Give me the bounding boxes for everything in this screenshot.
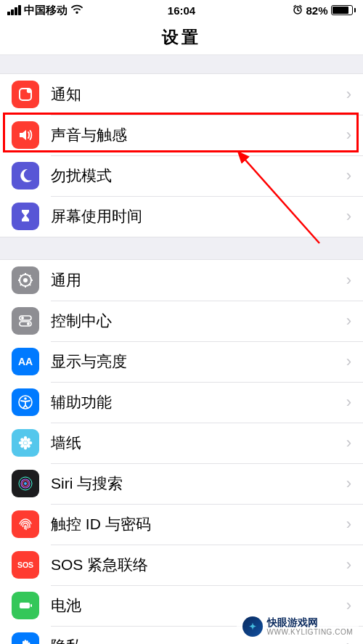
- svg-point-20: [24, 441, 28, 445]
- chevron-right-icon: ›: [346, 311, 351, 330]
- row-screen-time[interactable]: 屏幕使用时间 ›: [0, 196, 363, 237]
- chevron-right-icon: ›: [346, 352, 351, 371]
- row-label: SOS 紧急联络: [51, 555, 346, 575]
- svg-rect-34: [20, 603, 30, 608]
- chevron-right-icon: ›: [346, 126, 351, 144]
- chevron-right-icon: ›: [346, 166, 351, 185]
- svg-point-16: [27, 322, 30, 325]
- sound-icon: [12, 121, 39, 149]
- svg-text:AA: AA: [18, 356, 33, 367]
- row-control-center[interactable]: 控制中心 ›: [0, 301, 363, 341]
- row-label: 辅助功能: [51, 392, 346, 412]
- accessibility-icon: [12, 388, 39, 416]
- row-touchid-passcode[interactable]: 触控 ID 与密码 ›: [0, 504, 363, 545]
- sos-icon: SOS: [12, 551, 39, 579]
- hand-icon: [12, 632, 39, 644]
- svg-point-14: [21, 317, 24, 319]
- row-accessibility[interactable]: 辅助功能 ›: [0, 382, 363, 423]
- battery-icon: [12, 592, 39, 619]
- watermark-brand: 快眼游戏网: [267, 617, 354, 628]
- row-sound-haptics[interactable]: 声音与触感 ›: [0, 115, 363, 155]
- svg-point-19: [24, 397, 27, 400]
- watermark-url: WWW.KYLIGTING.COM: [267, 628, 354, 636]
- chevron-right-icon: ›: [346, 433, 351, 452]
- row-siri-search[interactable]: Siri 与搜索 ›: [0, 463, 363, 504]
- row-label: 通用: [51, 270, 346, 290]
- flower-icon: [12, 429, 39, 457]
- row-label: 触控 ID 与密码: [51, 514, 346, 534]
- svg-point-4: [23, 278, 28, 282]
- page-title: 设置: [162, 26, 201, 49]
- row-label: 通知: [51, 84, 346, 105]
- watermark: ✦ 快眼游戏网 WWW.KYLIGTING.COM: [237, 614, 359, 640]
- chevron-right-icon: ›: [346, 393, 351, 412]
- row-label: 控制中心: [51, 311, 346, 331]
- watermark-text: 快眼游戏网 WWW.KYLIGTING.COM: [267, 617, 354, 636]
- moon-icon: [12, 162, 39, 189]
- row-do-not-disturb[interactable]: 勿扰模式 ›: [0, 155, 363, 196]
- switches-icon: [12, 307, 39, 335]
- row-label: Siri 与搜索: [51, 473, 346, 494]
- svg-point-2: [27, 89, 31, 93]
- battery-icon: [331, 5, 356, 15]
- nav-header: 设置: [0, 20, 363, 55]
- notification-icon: [12, 81, 39, 108]
- status-time: 16:04: [0, 4, 363, 17]
- row-label: 显示与亮度: [51, 351, 346, 372]
- siri-icon: [12, 470, 39, 497]
- chevron-right-icon: ›: [346, 207, 351, 226]
- status-bar: 中国移动 16:04 82%: [0, 0, 363, 20]
- chevron-right-icon: ›: [346, 474, 351, 493]
- row-label: 屏幕使用时间: [51, 206, 346, 227]
- row-label: 电池: [51, 595, 346, 616]
- row-sos[interactable]: SOS SOS 紧急联络 ›: [0, 545, 363, 585]
- fingerprint-icon: [12, 510, 39, 538]
- svg-rect-35: [30, 604, 32, 607]
- row-general[interactable]: 通用 ›: [0, 260, 363, 301]
- aa-icon: AA: [12, 348, 39, 375]
- row-display-brightness[interactable]: AA 显示与亮度 ›: [0, 341, 363, 382]
- row-label: 勿扰模式: [51, 166, 346, 186]
- svg-point-32: [24, 482, 27, 485]
- watermark-logo-icon: ✦: [242, 616, 263, 637]
- chevron-right-icon: ›: [346, 515, 351, 534]
- chevron-right-icon: ›: [346, 555, 351, 574]
- row-label: 墙纸: [51, 433, 346, 453]
- row-label: 声音与触感: [51, 125, 346, 145]
- settings-group-1: 通知 › 声音与触感 › 勿扰模式 › 屏幕使用时间 ›: [0, 73, 363, 237]
- gear-icon: [12, 266, 39, 294]
- chevron-right-icon: ›: [346, 85, 351, 104]
- row-notifications[interactable]: 通知 ›: [0, 74, 363, 115]
- row-wallpaper[interactable]: 墙纸 ›: [0, 423, 363, 463]
- svg-text:SOS: SOS: [17, 561, 33, 569]
- hourglass-icon: [12, 203, 39, 230]
- settings-group-2: 通用 › 控制中心 › AA 显示与亮度 › 辅助功能 › 墙纸 › Siri …: [0, 259, 363, 644]
- chevron-right-icon: ›: [346, 271, 351, 290]
- chevron-right-icon: ›: [346, 596, 351, 615]
